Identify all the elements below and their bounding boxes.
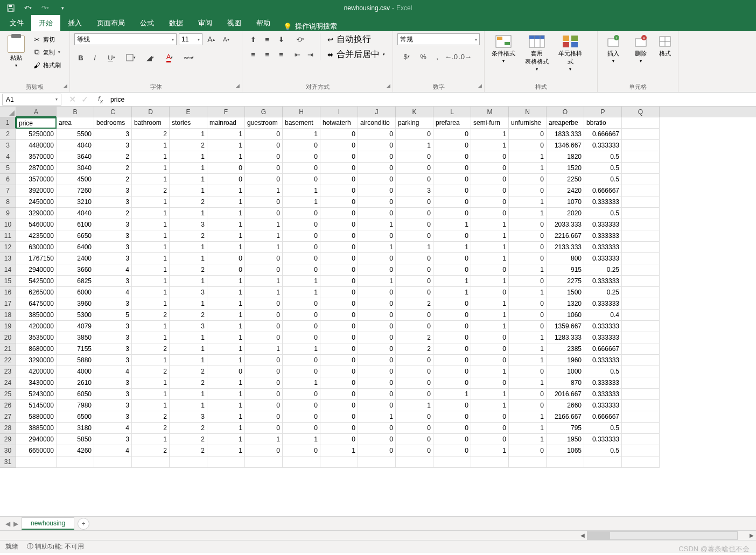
- formula-input[interactable]: [107, 96, 756, 103]
- cell[interactable]: 0: [509, 298, 547, 310]
- cell[interactable]: 0: [396, 151, 433, 163]
- cell[interactable]: 2: [94, 174, 132, 185]
- row-header[interactable]: 27: [0, 411, 16, 423]
- cell[interactable]: 0: [358, 151, 396, 163]
- cell[interactable]: 0: [320, 264, 358, 276]
- cell[interactable]: 0: [245, 208, 283, 219]
- cell[interactable]: 0: [358, 423, 396, 434]
- cell[interactable]: 2020: [547, 208, 584, 219]
- cell[interactable]: 4500: [57, 174, 94, 185]
- cell[interactable]: [622, 185, 660, 196]
- cell[interactable]: 5425000: [16, 276, 57, 287]
- cell[interactable]: 3210: [57, 196, 94, 208]
- cell[interactable]: 0: [358, 400, 396, 411]
- cell[interactable]: 1: [471, 230, 509, 242]
- cell[interactable]: 0: [396, 208, 433, 219]
- cell[interactable]: 1: [170, 129, 207, 140]
- cell[interactable]: [207, 456, 245, 468]
- cell[interactable]: 0: [509, 276, 547, 287]
- cell[interactable]: 0.333333: [584, 389, 622, 400]
- cell[interactable]: 0: [396, 196, 433, 208]
- cell[interactable]: 0: [396, 129, 433, 140]
- cell[interactable]: 1: [132, 298, 170, 310]
- column-header[interactable]: M: [471, 107, 509, 117]
- cell[interactable]: 0: [433, 298, 471, 310]
- align-right-button[interactable]: ≡: [275, 48, 288, 60]
- cell[interactable]: 0: [396, 423, 433, 434]
- cell[interactable]: 0: [358, 377, 396, 389]
- cell[interactable]: 0.25: [584, 287, 622, 298]
- cell[interactable]: 0.666667: [584, 343, 622, 355]
- paste-button[interactable]: 粘贴 ▾: [4, 33, 28, 68]
- cell[interactable]: 0: [283, 310, 320, 321]
- cell[interactable]: 6475000: [16, 298, 57, 310]
- cell[interactable]: 1: [358, 242, 396, 253]
- cell[interactable]: 0: [509, 400, 547, 411]
- cell[interactable]: 0: [245, 129, 283, 140]
- cell[interactable]: 0: [433, 163, 471, 174]
- cell[interactable]: 0: [433, 310, 471, 321]
- cell[interactable]: 1: [509, 377, 547, 389]
- cell[interactable]: 0: [320, 129, 358, 140]
- cell[interactable]: 6650000: [16, 445, 57, 456]
- undo-button[interactable]: ↶ ▾: [20, 2, 36, 15]
- cell[interactable]: 1: [132, 208, 170, 219]
- cell[interactable]: 0.333333: [584, 400, 622, 411]
- cell[interactable]: 3: [94, 230, 132, 242]
- cell[interactable]: 3290000: [16, 355, 57, 366]
- cell[interactable]: 1: [509, 208, 547, 219]
- tab-help[interactable]: 帮助: [249, 15, 278, 31]
- cell[interactable]: 3290000: [16, 208, 57, 219]
- cell[interactable]: 0: [320, 163, 358, 174]
- cell[interactable]: 1: [207, 400, 245, 411]
- row-header[interactable]: 24: [0, 377, 16, 389]
- cell[interactable]: 0: [433, 129, 471, 140]
- cell[interactable]: 1833.333: [547, 129, 584, 140]
- cell[interactable]: guestroom: [245, 117, 283, 129]
- cell[interactable]: airconditio: [358, 117, 396, 129]
- cell[interactable]: 4: [94, 445, 132, 456]
- bold-button[interactable]: B: [74, 52, 87, 64]
- font-name-combo[interactable]: 等线▾: [74, 33, 177, 45]
- horizontal-scrollbar[interactable]: ◀ ▶: [0, 530, 756, 540]
- tab-data[interactable]: 数据: [162, 15, 191, 31]
- cell[interactable]: 1: [207, 208, 245, 219]
- column-header[interactable]: G: [245, 107, 283, 117]
- cell[interactable]: 1500: [547, 287, 584, 298]
- cell[interactable]: 6265000: [16, 287, 57, 298]
- cell[interactable]: [509, 456, 547, 468]
- cell[interactable]: 5145000: [16, 400, 57, 411]
- cell[interactable]: 0: [471, 377, 509, 389]
- cell[interactable]: 4235000: [16, 230, 57, 242]
- cell[interactable]: 0: [245, 196, 283, 208]
- cell[interactable]: 0: [509, 185, 547, 196]
- cell[interactable]: 1: [509, 343, 547, 355]
- cell[interactable]: 0: [396, 377, 433, 389]
- cell[interactable]: 3: [170, 219, 207, 230]
- cell[interactable]: 0: [509, 140, 547, 151]
- phonetic-button[interactable]: wén▾: [180, 52, 198, 64]
- cell[interactable]: 1: [170, 208, 207, 219]
- cell[interactable]: 3850000: [16, 310, 57, 321]
- cell[interactable]: [622, 321, 660, 332]
- row-header[interactable]: 5: [0, 163, 16, 174]
- cell[interactable]: bbratio: [584, 117, 622, 129]
- cell[interactable]: 3960: [57, 298, 94, 310]
- fx-icon[interactable]: fx: [98, 95, 103, 104]
- cell[interactable]: 0: [433, 264, 471, 276]
- row-header[interactable]: 10: [0, 219, 16, 230]
- cell[interactable]: 0: [396, 219, 433, 230]
- cell[interactable]: 1: [207, 434, 245, 445]
- row-header[interactable]: 15: [0, 276, 16, 287]
- cell[interactable]: [622, 434, 660, 445]
- cell[interactable]: 0: [283, 411, 320, 423]
- cell[interactable]: 0: [509, 174, 547, 185]
- cell[interactable]: 1: [471, 366, 509, 377]
- cell[interactable]: 1000: [547, 366, 584, 377]
- cell[interactable]: 2: [170, 140, 207, 151]
- cell[interactable]: 0.333333: [584, 242, 622, 253]
- cell[interactable]: 6650: [57, 230, 94, 242]
- cell[interactable]: [622, 253, 660, 264]
- cell[interactable]: 0: [320, 355, 358, 366]
- row-header[interactable]: 16: [0, 287, 16, 298]
